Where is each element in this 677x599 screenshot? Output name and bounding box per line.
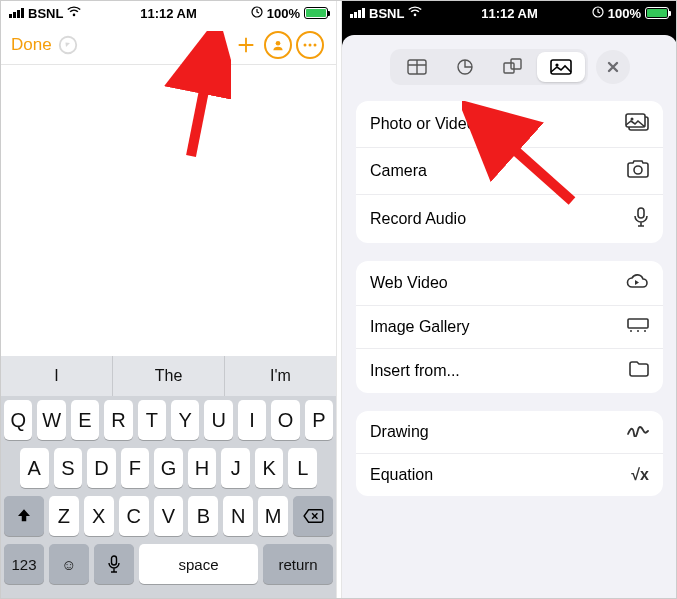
- key[interactable]: W: [37, 400, 65, 440]
- key[interactable]: B: [188, 496, 218, 536]
- key[interactable]: Z: [49, 496, 79, 536]
- menu-label: Record Audio: [370, 210, 633, 228]
- key[interactable]: M: [258, 496, 288, 536]
- svg-rect-8: [112, 556, 117, 565]
- key[interactable]: D: [87, 448, 116, 488]
- key[interactable]: Q: [4, 400, 32, 440]
- keyboard: I The I'm Q W E R T Y U I O P A S D F G …: [1, 356, 336, 598]
- key[interactable]: V: [154, 496, 184, 536]
- key[interactable]: T: [138, 400, 166, 440]
- return-key[interactable]: return: [263, 544, 333, 584]
- key[interactable]: S: [54, 448, 83, 488]
- gallery-icon: [627, 318, 649, 336]
- right-screen: BSNL 11:12 AM 100%: [341, 1, 677, 598]
- svg-point-22: [630, 330, 632, 332]
- key[interactable]: G: [154, 448, 183, 488]
- key[interactable]: C: [119, 496, 149, 536]
- backspace-key[interactable]: [293, 496, 333, 536]
- menu-insert-from[interactable]: Insert from...: [356, 348, 663, 393]
- left-screen: BSNL 11:12 AM 100% Done: [1, 1, 337, 598]
- prediction-item[interactable]: The: [112, 356, 224, 396]
- menu-label: Web Video: [370, 274, 625, 292]
- menu-drawing[interactable]: Drawing: [356, 411, 663, 453]
- scribble-icon: [627, 423, 649, 441]
- key[interactable]: L: [288, 448, 317, 488]
- key[interactable]: N: [223, 496, 253, 536]
- menu-label: Image Gallery: [370, 318, 627, 336]
- done-button[interactable]: Done: [11, 35, 52, 55]
- key[interactable]: K: [255, 448, 284, 488]
- menu-equation[interactable]: Equation √x: [356, 453, 663, 496]
- menu-camera[interactable]: Camera: [356, 147, 663, 194]
- undo-button[interactable]: [52, 29, 84, 61]
- menu-section: Photo or Video Camera Record Audio: [356, 101, 663, 243]
- folder-icon: [629, 361, 649, 381]
- cloud-icon: [625, 273, 649, 293]
- more-button[interactable]: [294, 29, 326, 61]
- key[interactable]: I: [238, 400, 266, 440]
- mic-icon: [633, 207, 649, 231]
- prediction-bar: I The I'm: [1, 356, 336, 396]
- style-button[interactable]: [198, 29, 230, 61]
- key[interactable]: F: [121, 448, 150, 488]
- prediction-item[interactable]: I: [1, 356, 112, 396]
- battery-icon: [645, 7, 669, 19]
- svg-rect-14: [551, 60, 571, 74]
- menu-label: Insert from...: [370, 362, 629, 380]
- sqrt-icon: √x: [631, 466, 649, 484]
- svg-rect-12: [504, 63, 514, 73]
- collaborate-button[interactable]: [262, 29, 294, 61]
- seg-charts-icon[interactable]: [441, 52, 489, 82]
- close-button[interactable]: [596, 50, 630, 84]
- svg-point-4: [309, 43, 312, 46]
- note-toolbar: Done: [1, 25, 336, 65]
- menu-label: Photo or Video: [370, 115, 625, 133]
- emoji-key[interactable]: ☺: [49, 544, 89, 584]
- note-body[interactable]: [1, 65, 336, 365]
- numbers-key[interactable]: 123: [4, 544, 44, 584]
- key[interactable]: H: [188, 448, 217, 488]
- svg-point-2: [276, 40, 281, 45]
- menu-record-audio[interactable]: Record Audio: [356, 194, 663, 243]
- menu-label: Drawing: [370, 423, 627, 441]
- seg-tables-icon[interactable]: [393, 52, 441, 82]
- menu-web-video[interactable]: Web Video: [356, 261, 663, 305]
- svg-point-5: [314, 43, 317, 46]
- photo-video-icon: [625, 113, 649, 135]
- prediction-item[interactable]: I'm: [224, 356, 336, 396]
- menu-photo-video[interactable]: Photo or Video: [356, 101, 663, 147]
- menu-image-gallery[interactable]: Image Gallery: [356, 305, 663, 348]
- svg-rect-20: [638, 208, 644, 218]
- key[interactable]: J: [221, 448, 250, 488]
- key[interactable]: U: [204, 400, 232, 440]
- key[interactable]: E: [71, 400, 99, 440]
- svg-rect-13: [511, 59, 521, 69]
- clock-label: 11:12 AM: [342, 6, 677, 21]
- menu-section: Drawing Equation √x: [356, 411, 663, 496]
- insert-sheet: Photo or Video Camera Record Audio W: [342, 35, 677, 598]
- status-bar: BSNL 11:12 AM 100%: [1, 1, 336, 25]
- key[interactable]: R: [104, 400, 132, 440]
- key[interactable]: X: [84, 496, 114, 536]
- svg-point-19: [634, 166, 642, 174]
- add-button[interactable]: [230, 29, 262, 61]
- menu-label: Camera: [370, 162, 627, 180]
- key[interactable]: Y: [171, 400, 199, 440]
- svg-point-24: [644, 330, 646, 332]
- space-key[interactable]: space: [139, 544, 258, 584]
- svg-rect-21: [628, 319, 648, 328]
- seg-media-icon[interactable]: [537, 52, 585, 82]
- key[interactable]: P: [305, 400, 333, 440]
- svg-point-3: [304, 43, 307, 46]
- key[interactable]: O: [271, 400, 299, 440]
- segmented-control: [356, 49, 663, 85]
- menu-section: Web Video Image Gallery Insert from...: [356, 261, 663, 393]
- camera-icon: [627, 160, 649, 182]
- mic-key[interactable]: [94, 544, 134, 584]
- battery-icon: [304, 7, 328, 19]
- svg-point-23: [637, 330, 639, 332]
- key[interactable]: A: [20, 448, 49, 488]
- status-bar: BSNL 11:12 AM 100%: [342, 1, 677, 25]
- shift-key[interactable]: [4, 496, 44, 536]
- seg-shapes-icon[interactable]: [489, 52, 537, 82]
